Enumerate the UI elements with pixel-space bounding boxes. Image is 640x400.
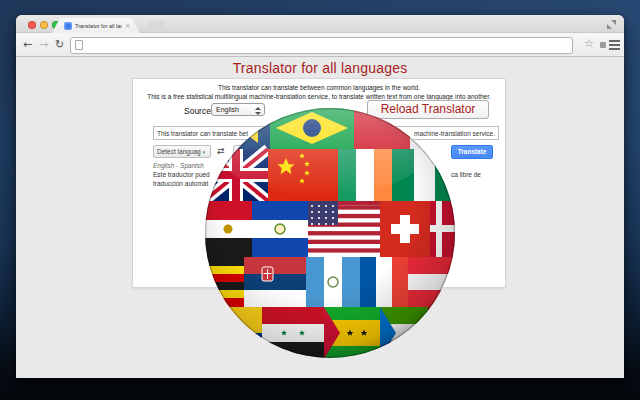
back-button[interactable]: ← (20, 36, 35, 53)
hamburger-icon (609, 40, 620, 42)
minimize-window-button[interactable] (40, 21, 48, 29)
reload-translator-button[interactable]: Reload Translator (367, 100, 489, 119)
input-text-left: This translator can translate bet (157, 130, 248, 137)
translation-line1-left: Este traductor pued (153, 171, 210, 178)
translator-favicon-icon (64, 22, 72, 30)
swap-languages-icon[interactable]: ⇄ (217, 145, 225, 158)
detect-language-dropdown[interactable]: Detect languag ▾ (153, 145, 211, 158)
translation-line1-right: ca libre de (451, 171, 481, 178)
browser-tab[interactable]: Translator for all languages × (52, 18, 140, 33)
intro-line-1: This translator can translate between co… (133, 84, 505, 91)
new-tab-button[interactable] (146, 21, 166, 32)
translator-panel: This translator can translate between co… (132, 78, 506, 288)
source-language-select[interactable]: English (211, 103, 265, 116)
target-language-dropdown[interactable] (233, 145, 293, 158)
url-input[interactable] (87, 39, 568, 52)
page-title: Translator for all languages (16, 58, 624, 78)
select-arrows-icon (255, 107, 261, 115)
chevron-down-icon: ▾ (203, 149, 206, 155)
browser-toolbar: ← → ↻ ☆ (16, 33, 624, 57)
extension-icon[interactable] (600, 42, 606, 48)
chrome-menu-button[interactable] (609, 39, 621, 51)
bookmark-star-icon[interactable]: ☆ (583, 36, 595, 53)
desktop-background: Translator for all languages × ← → ↻ ☆ T… (0, 0, 640, 400)
detect-language-label: Detect languag (157, 148, 201, 155)
page-content: Translator for all languages This transl… (16, 57, 624, 378)
input-text-right: machine-translation service. (414, 130, 495, 137)
reload-page-button[interactable]: ↻ (52, 36, 67, 53)
close-window-button[interactable] (28, 21, 36, 29)
fullscreen-icon[interactable] (607, 20, 616, 29)
browser-window: Translator for all languages × ← → ↻ ☆ T… (16, 15, 624, 378)
tab-strip: Translator for all languages × (16, 15, 624, 33)
translate-text-input[interactable]: This translator can translate bet machin… (153, 126, 499, 140)
source-label: Source: (184, 106, 213, 116)
language-pair-label: English - Spanish (153, 162, 204, 169)
source-language-value: English (216, 106, 239, 113)
intro-line-2: This is a free statistical multilingual … (133, 93, 505, 100)
translate-button[interactable]: Translate (451, 145, 493, 159)
tab-close-icon[interactable]: × (125, 22, 130, 30)
forward-button[interactable]: → (36, 36, 51, 53)
address-bar[interactable] (70, 37, 573, 54)
translation-line2: traducción automát (153, 180, 208, 187)
page-icon (75, 40, 83, 50)
tab-title: Translator for all languages (75, 23, 122, 29)
